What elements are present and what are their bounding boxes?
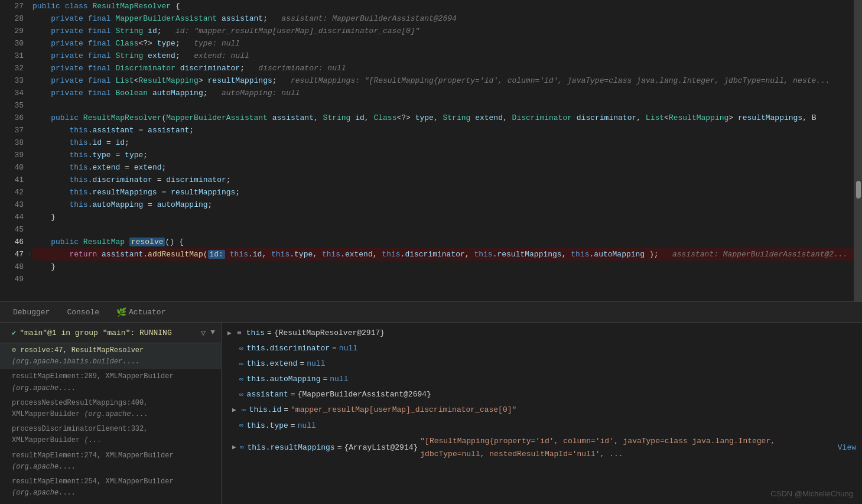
code-line-30: private final Class<?> type; type: null: [32, 37, 854, 50]
stack-frame-6[interactable]: resultMapElements:246, XMLMapperBuilder …: [0, 500, 221, 504]
var-resultmappings-item[interactable]: ▶ ∞ this.resultMappings = {ArrayList@291…: [222, 434, 862, 462]
var-type-item: ∞ this.type = null: [222, 418, 862, 434]
code-content: public class ResultMapResolver { private…: [30, 0, 854, 301]
code-line-41: this.discriminator = discriminator;: [32, 174, 854, 186]
stack-frame-1[interactable]: resultMapElement:289, XMLMapperBuilder (…: [0, 369, 221, 395]
line-num-30: 30: [0, 37, 24, 50]
var-id-value: "mapper_resultMap[userMap]_discriminator…: [291, 404, 516, 417]
stack-frame-5[interactable]: resultMapElement:254, XMLMapperBuilder (…: [0, 474, 221, 500]
var-this-item[interactable]: ▶ ≡ this = {ResultMapResolver@2917}: [222, 326, 862, 341]
stack-frames: ⊙ resolve:47, ResultMapResolver (org.apa…: [0, 343, 221, 504]
actuator-icon: 🌿: [116, 307, 126, 317]
code-line-29: private final String id; id: "mapper_res…: [32, 25, 854, 37]
var-type-name: this.type: [247, 420, 288, 433]
line-num-38: 38: [0, 136, 24, 149]
code-line-46: public ResultMap resolve() {: [32, 236, 854, 248]
code-line-31: private final String extend; extend: nul…: [32, 50, 854, 62]
line-num-42: 42: [0, 186, 24, 199]
infinity-icon-2: ∞: [239, 359, 243, 370]
stack-frame-4[interactable]: resultMapElement:274, XMLMapperBuilder (…: [0, 448, 221, 474]
line-num-39: 39: [0, 149, 24, 161]
code-line-27: public class ResultMapResolver {: [32, 0, 854, 12]
line-num-40: 40: [0, 161, 24, 174]
frame-class-1: (org.apache.: [12, 384, 63, 392]
line-num-37: 37: [0, 124, 24, 136]
line-num-35: 35: [0, 99, 24, 112]
code-line-44: }: [32, 211, 854, 223]
var-extend-name: this.extend: [247, 357, 298, 370]
var-equals-5: =: [284, 404, 288, 417]
line-num-31: 31: [0, 50, 24, 62]
line-num-44: 44: [0, 211, 24, 223]
editor-scrollbar[interactable]: [854, 0, 862, 301]
code-line-35: [32, 99, 854, 112]
var-equals-3: =: [323, 373, 327, 386]
var-equals-6: =: [291, 420, 295, 433]
thread-running-icon: ✔: [12, 329, 16, 337]
line-num-46: 46: [0, 236, 24, 248]
code-line-42: this.resultMappings = resultMappings;: [32, 186, 854, 199]
var-assistant-value: {MapperBuilderAssistant@2694}: [298, 388, 431, 401]
id-expand-arrow[interactable]: ▶: [232, 405, 239, 416]
var-resultmappings-name: this.resultMappings: [247, 441, 334, 454]
tab-actuator[interactable]: 🌿 Actuator: [109, 303, 173, 321]
var-equals-1: =: [332, 342, 337, 355]
var-id-item[interactable]: ▶ ∞ this.id = "mapper_resultMap[userMap]…: [222, 402, 862, 418]
code-line-45: [32, 223, 854, 236]
stack-frame-0[interactable]: ⊙ resolve:47, ResultMapResolver (org.apa…: [0, 343, 221, 369]
call-stack-panel: ✔ "main"@1 in group "main": RUNNING ▽ ▼ …: [0, 323, 222, 504]
console-tab-label: Console: [67, 308, 99, 317]
var-equals-4: =: [291, 388, 295, 401]
frame-class-3: (: [84, 436, 88, 444]
stack-frame-3[interactable]: processDiscriminatorElement:332, XMLMapp…: [0, 422, 221, 448]
editor-scrollbar-thumb[interactable]: [856, 181, 861, 199]
frame-method-5: resultMapElement:254, XMLMapperBuilder: [12, 477, 174, 486]
var-automapping-item: ∞ this.autoMapping = null: [222, 372, 862, 387]
view-link[interactable]: View: [838, 441, 856, 454]
line-num-29: 29: [0, 25, 24, 37]
code-line-49: [32, 273, 854, 285]
debugger-content: ✔ "main"@1 in group "main": RUNNING ▽ ▼ …: [0, 323, 862, 504]
code-line-39: this.type = type;: [32, 149, 854, 161]
frame-ellipsis-0: ...: [126, 357, 139, 366]
line-num-49: 49: [0, 273, 24, 285]
infinity-icon-3: ∞: [239, 374, 243, 385]
debugger-tabs-bar: Debugger Console 🌿 Actuator: [0, 302, 862, 323]
infinity-icon-6: ∞: [239, 420, 243, 431]
infinity-icon-1: ∞: [239, 343, 243, 355]
tab-debugger[interactable]: Debugger: [6, 303, 57, 321]
line-numbers: 27 28 29 30 31 32 33 34 35 36 37 38 39 4…: [0, 0, 30, 301]
filter-icon[interactable]: ▽: [201, 328, 206, 338]
code-line-33: private final List<ResultMapping> result…: [32, 74, 854, 87]
tab-console[interactable]: Console: [60, 303, 106, 321]
var-resultmappings-str: "[ResultMapping{property='id', column='i…: [420, 435, 832, 461]
line-num-28: 28: [0, 12, 24, 25]
thread-item: ✔ "main"@1 in group "main": RUNNING: [6, 326, 178, 340]
stack-frame-2[interactable]: processNestedResultMappings:400, XMLMapp…: [0, 396, 221, 422]
infinity-icon-7: ∞: [240, 442, 244, 453]
this-keyword-icon: ≡: [237, 327, 242, 340]
code-line-47: return assistant.addResultMap(id: this.i…: [32, 248, 854, 261]
thread-name: "main"@1 in group "main": RUNNING: [19, 329, 171, 337]
debugger-tab-label: Debugger: [13, 308, 50, 317]
frame-class-4: (org.apache.: [12, 463, 63, 471]
line-num-48: 48: [0, 261, 24, 273]
var-assistant-name: assistant: [247, 388, 288, 401]
this-expand-arrow[interactable]: ▶: [227, 328, 235, 339]
var-extend-value: null: [307, 357, 325, 370]
code-line-48: }: [32, 261, 854, 273]
var-extend-item: ∞ this.extend = null: [222, 356, 862, 372]
code-line-36: public ResultMapResolver(MapperBuilderAs…: [32, 112, 854, 124]
var-automapping-value: null: [330, 373, 348, 386]
var-discriminator-value: null: [339, 342, 357, 355]
var-this-name: this: [246, 327, 265, 340]
line-num-47: 47: [0, 248, 24, 261]
infinity-icon-4: ∞: [239, 389, 243, 401]
frame-method-4: resultMapElement:274, XMLMapperBuilder: [12, 451, 174, 460]
watermark: CSDN @MichelleChung: [770, 489, 853, 498]
code-line-34: private final Boolean autoMapping; autoM…: [32, 87, 854, 99]
resultmappings-expand-arrow[interactable]: ▶: [232, 442, 238, 453]
line-num-36: 36: [0, 112, 24, 124]
var-type-value: null: [298, 420, 316, 433]
stack-dropdown-icon[interactable]: ▼: [210, 328, 215, 338]
